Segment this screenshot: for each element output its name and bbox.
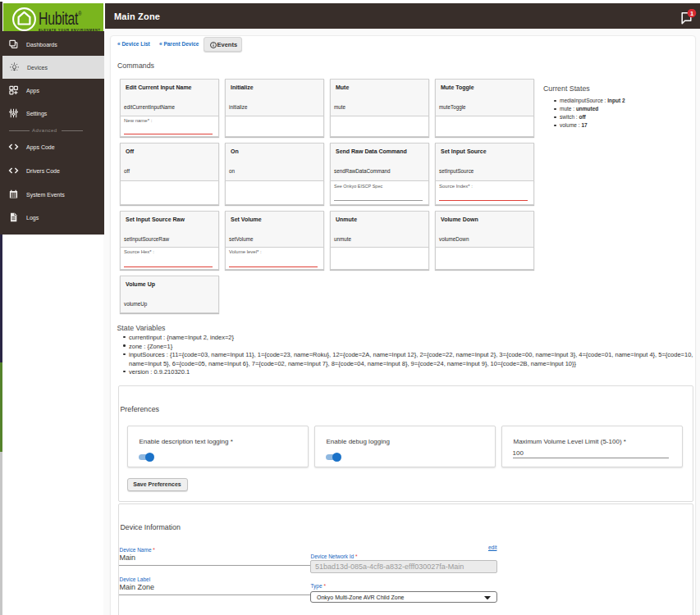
svg-text:1: 1 <box>690 10 693 17</box>
